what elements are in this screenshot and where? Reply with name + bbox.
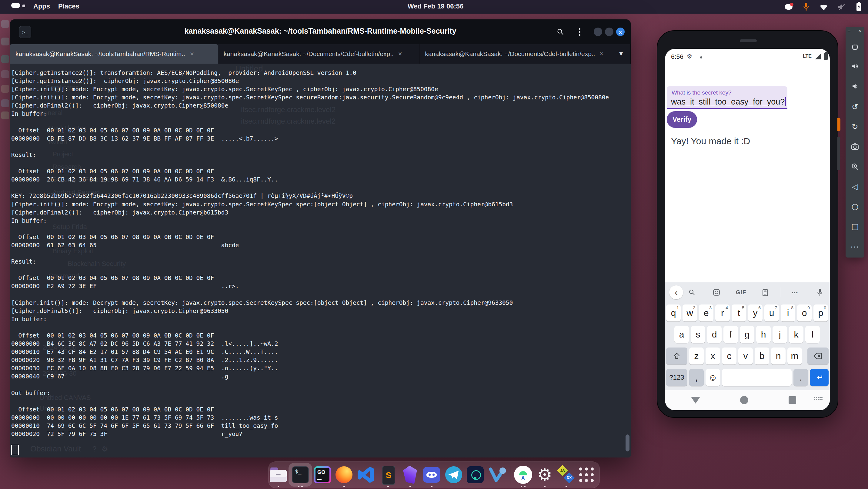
keyboard-switch-icon[interactable]: [814, 397, 823, 403]
kb-clipboard-icon[interactable]: [758, 285, 772, 299]
dock-item-firefox[interactable]: [334, 465, 354, 485]
launcher-icon[interactable]: [1, 85, 9, 93]
key-a[interactable]: a: [674, 326, 689, 343]
key-h[interactable]: h: [756, 326, 771, 343]
tab-close-icon[interactable]: ×: [190, 50, 194, 58]
clock[interactable]: Wed Feb 19 06:56: [408, 2, 463, 10]
launcher-icon[interactable]: [1, 38, 9, 45]
key-y[interactable]: y6: [748, 304, 763, 322]
launcher-icon[interactable]: [1, 99, 9, 107]
kb-mic-icon[interactable]: [813, 285, 827, 299]
terminal-scrollbar[interactable]: [625, 434, 629, 451]
tab-list-dropdown-icon[interactable]: ▼: [618, 50, 624, 57]
key-k[interactable]: k: [789, 326, 803, 343]
search-button[interactable]: [555, 26, 566, 38]
key-comma[interactable]: ,: [689, 369, 704, 386]
emulator-overview-button[interactable]: □: [845, 220, 864, 233]
kb-more-dots-icon[interactable]: •••: [788, 285, 802, 299]
volume-muted-icon[interactable]: [836, 2, 846, 12]
dock-item-sublime-text[interactable]: S: [378, 465, 398, 485]
key-j[interactable]: j: [773, 326, 787, 343]
key-b[interactable]: b: [755, 348, 769, 364]
dock-item-vscode[interactable]: [356, 465, 375, 485]
kb-sticker-icon[interactable]: [710, 285, 723, 299]
emulator-rotate-cw-button[interactable]: ↻: [845, 120, 864, 133]
nav-back-icon[interactable]: [691, 397, 700, 403]
key-backspace[interactable]: [807, 348, 829, 364]
key-d[interactable]: d: [707, 326, 722, 343]
activities-indicator[interactable]: [11, 3, 20, 8]
emulator-screenshot-button[interactable]: [845, 140, 864, 153]
key-z[interactable]: z: [689, 348, 704, 364]
emulator-minimize[interactable]: −: [847, 28, 851, 34]
minimize-button[interactable]: [594, 28, 602, 36]
key-e[interactable]: e3: [699, 304, 713, 322]
dock-item-discord[interactable]: [422, 465, 441, 485]
dock-item-goland[interactable]: GO: [313, 465, 332, 485]
dock-item-telegram[interactable]: [444, 465, 463, 485]
menu-button[interactable]: [574, 26, 585, 38]
kb-gif-icon[interactable]: GIF: [734, 285, 748, 299]
key-space[interactable]: [722, 369, 792, 386]
key-f[interactable]: f: [723, 326, 738, 343]
verify-button[interactable]: Verify: [667, 111, 697, 128]
emulator-close[interactable]: ×: [858, 28, 861, 34]
kb-back-chevron-icon[interactable]: ‹: [669, 285, 683, 299]
key-c[interactable]: c: [722, 348, 737, 364]
key-v[interactable]: v: [738, 348, 753, 364]
key-l[interactable]: l: [805, 326, 820, 343]
microphone-icon[interactable]: [801, 2, 811, 12]
wifi-icon[interactable]: [819, 2, 829, 12]
dock-item-app-grid[interactable]: [577, 465, 596, 485]
emulator-home-button[interactable]: ○: [845, 200, 864, 213]
apps-menu[interactable]: Apps: [33, 2, 50, 10]
key-t[interactable]: t5: [732, 304, 746, 322]
key-q[interactable]: q1: [666, 304, 681, 322]
terminal-tab-2[interactable]: kanaksasak@KanakSasak: ~/Documents/Cdef-…: [218, 44, 420, 64]
dock-item-jadx[interactable]: JADX: [556, 465, 576, 485]
nav-overview-icon[interactable]: [788, 396, 796, 404]
launcher-icon[interactable]: [1, 20, 9, 28]
dock-item-android-studio[interactable]: A: [514, 465, 533, 485]
dock-item-files[interactable]: [269, 465, 288, 485]
secret-key-field[interactable]: What is the secret key? was_it_still_too…: [667, 86, 787, 109]
emulator-rotate-ccw-button[interactable]: ↺: [845, 100, 864, 113]
tab-close-icon[interactable]: ×: [398, 50, 402, 58]
key-w[interactable]: w2: [683, 304, 697, 322]
places-menu[interactable]: Places: [58, 2, 80, 10]
key-symbols[interactable]: ?123: [666, 369, 687, 386]
launcher-icon[interactable]: [1, 111, 9, 119]
emulator-back-button[interactable]: ◁: [845, 180, 864, 193]
dock-item-terminal[interactable]: $_: [291, 465, 310, 485]
discord-tray-icon[interactable]: [784, 2, 794, 12]
emulator-volume-up-button[interactable]: [845, 60, 864, 73]
emulator-volume-down-button[interactable]: [845, 80, 864, 93]
terminal-tab-3[interactable]: kanaksasak@KanakSasak: ~/Documents/Cdef-…: [420, 44, 631, 64]
kb-search-icon[interactable]: [685, 285, 699, 299]
key-o[interactable]: o9: [797, 304, 812, 322]
dock-item-gitkraken[interactable]: [466, 465, 485, 485]
maximize-button[interactable]: [605, 28, 613, 36]
dock-item-blue-v-app[interactable]: [487, 465, 507, 485]
key-n[interactable]: n: [771, 348, 785, 364]
key-p[interactable]: p0: [813, 304, 828, 322]
emulator-zoom-button[interactable]: [845, 160, 864, 173]
key-i[interactable]: i8: [781, 304, 795, 322]
key-emoji[interactable]: ☺: [706, 369, 720, 386]
terminal-output[interactable]: Untitleditsec.rndforge.crackme.level2its…: [10, 64, 631, 457]
key-s[interactable]: s: [691, 326, 705, 343]
key-enter[interactable]: [810, 369, 829, 386]
launcher-icon[interactable]: [1, 70, 9, 78]
key-u[interactable]: u7: [764, 304, 779, 322]
nav-home-icon[interactable]: [740, 396, 748, 404]
emulator-power-button[interactable]: [845, 40, 864, 54]
terminal-tab-1[interactable]: kanaksasak@KanakSasak: ~/toolsTambahan/R…: [10, 44, 218, 64]
key-shift[interactable]: [666, 348, 687, 364]
close-button[interactable]: x: [616, 28, 625, 36]
launcher-icon[interactable]: [1, 55, 9, 63]
key-m[interactable]: m: [787, 348, 802, 364]
key-r[interactable]: r4: [715, 304, 730, 322]
key-g[interactable]: g: [740, 326, 754, 343]
key-period[interactable]: .: [794, 369, 808, 386]
terminal-titlebar[interactable]: >_ kanaksasak@KanakSasak: ~/toolsTambaha…: [10, 20, 631, 44]
